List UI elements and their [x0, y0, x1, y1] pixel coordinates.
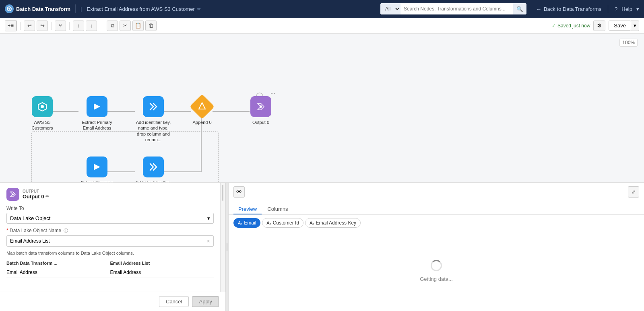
output-label: Output 0	[252, 119, 269, 125]
preview-tabs: Preview Columns	[229, 201, 644, 215]
panel-name-text: Output 0	[23, 194, 44, 200]
col-tab-email-address-key[interactable]: Aₐ Email Address Key	[305, 218, 361, 228]
clear-icon[interactable]: ×	[207, 238, 210, 244]
saved-badge: ✓ Saved just now	[552, 23, 590, 29]
redo-button[interactable]: ↪	[37, 21, 48, 31]
loading-spinner	[431, 260, 442, 271]
separator-2	[51, 22, 52, 30]
canvas[interactable]: ··· AWS S3 Customers Extract Primary Ema…	[0, 34, 644, 311]
top-nav: Batch Data Transform | Extract Email Add…	[0, 0, 644, 18]
cut-button[interactable]: ✂	[120, 21, 131, 31]
email-address-row-value: Email Address	[110, 270, 214, 275]
svg-point-11	[41, 105, 44, 108]
node-extract-primary[interactable]: Extract Primary Email Address	[79, 96, 115, 131]
left-panel: OUTPUT Output 0 ✏ Write To Data Lake Obj…	[0, 183, 225, 311]
extract-primary-icon	[87, 96, 107, 117]
email-address-row-label: Email Address	[6, 270, 110, 275]
app-logo: Batch Data Transform	[5, 4, 76, 13]
help-button[interactable]: ?	[615, 6, 617, 12]
add-identifier2-icon	[143, 157, 164, 177]
panel-type-label: OUTPUT	[23, 189, 49, 194]
write-to-label: Write To	[6, 206, 214, 211]
logo-icon	[5, 4, 14, 13]
right-panel: 👁 ⤢ Preview Columns Aₐ Email Aₐ	[229, 183, 644, 311]
settings-button[interactable]: ⚙	[593, 21, 605, 31]
col-tab-email-icon: Aₐ	[238, 220, 242, 226]
node-add-identifier[interactable]: Add identifier key, name and type, drop …	[135, 96, 171, 142]
svg-point-14	[260, 105, 262, 108]
panel-header: OUTPUT Output 0 ✏	[6, 188, 214, 201]
main-area: ··· AWS S3 Customers Extract Primary Ema…	[0, 34, 644, 311]
save-button[interactable]: Save	[609, 21, 631, 31]
back-label: Back to Data Transforms	[544, 6, 601, 12]
mapping-col2: Email Address List	[110, 261, 214, 266]
getting-data-label: Getting data...	[420, 276, 453, 282]
expand-button[interactable]: ⤢	[628, 186, 639, 198]
saved-label: Saved just now	[557, 23, 590, 29]
download-button[interactable]: ↓	[86, 21, 97, 31]
mapping-col1: Batch Data Transform ...	[6, 261, 110, 266]
search-filter-select[interactable]: All	[380, 3, 400, 14]
right-panel-toolbar: 👁 ⤢	[229, 183, 644, 201]
aws-s3-icon	[32, 96, 53, 117]
tab-columns[interactable]: Columns	[262, 204, 293, 214]
search-bar: All 🔍	[380, 3, 526, 14]
breadcrumb: Extract Email Address from AWS S3 Custom…	[87, 6, 200, 12]
svg-marker-15	[94, 164, 100, 170]
col-tab-customer-id[interactable]: Aₐ Customer Id	[262, 218, 303, 228]
add-identifier-icon	[143, 96, 164, 117]
save-dropdown-button[interactable]: ▾	[631, 21, 639, 31]
panel-name: Output 0 ✏	[23, 194, 49, 200]
panel-divider[interactable]	[225, 183, 229, 311]
app-title: Batch Data Transform	[16, 6, 70, 12]
svg-marker-13	[199, 103, 205, 109]
col-tab-email-label: Email	[244, 220, 256, 226]
nav-chevron[interactable]: ▾	[636, 6, 639, 12]
panel-output-icon	[6, 188, 19, 201]
back-button[interactable]: ← Back to Data Transforms	[536, 6, 601, 12]
info-icon: ⓘ	[64, 228, 68, 233]
preview-toggle-button[interactable]: 👁	[233, 186, 245, 198]
cancel-button[interactable]: Cancel	[159, 296, 189, 307]
search-input[interactable]	[400, 6, 513, 12]
panel-title-group: OUTPUT Output 0 ✏	[23, 189, 49, 200]
toolbar: +≡ ↩ ↪ ⑂ ↑ ↓ ⧉ ✂ 📋 🗑 ✓ Saved just now ⚙ …	[0, 18, 644, 34]
separator-3	[69, 22, 70, 30]
svg-point-16	[12, 194, 14, 195]
toolbar-right: ✓ Saved just now ⚙ Save ▾	[552, 21, 639, 31]
write-to-dropdown[interactable]: Data Lake Object ▾	[6, 213, 214, 224]
node-append[interactable]: Append 0	[192, 96, 213, 125]
upload-button[interactable]: ↑	[73, 21, 84, 31]
add-node-button[interactable]: +≡	[5, 21, 17, 31]
panel-edit-icon[interactable]: ✏	[45, 194, 49, 199]
data-lake-name-field[interactable]: ×	[6, 235, 214, 247]
back-arrow-icon: ←	[536, 6, 541, 12]
paste-button[interactable]: 📋	[132, 21, 144, 31]
saved-check-icon: ✓	[552, 23, 556, 29]
extract-primary-label: Extract Primary Email Address	[79, 119, 115, 131]
tab-preview[interactable]: Preview	[233, 204, 262, 214]
col-tab-customer-id-icon: Aₐ	[266, 220, 271, 226]
data-lake-name-input[interactable]	[10, 238, 207, 244]
node-aws-s3[interactable]: AWS S3 Customers	[24, 96, 60, 131]
undo-button[interactable]: ↩	[24, 21, 35, 31]
col-tab-customer-id-label: Customer Id	[273, 220, 299, 226]
col-tabs: Aₐ Email Aₐ Customer Id Aₐ Email Address…	[229, 215, 644, 231]
extract-alt-icon	[87, 157, 107, 177]
breadcrumb-edit-icon[interactable]: ✏	[197, 6, 201, 12]
zoom-label: 100%	[619, 39, 638, 47]
help-label[interactable]: Help	[621, 6, 632, 12]
bottom-panel: OUTPUT Output 0 ✏ Write To Data Lake Obj…	[0, 182, 644, 311]
branch-button[interactable]: ⑂	[55, 21, 66, 31]
delete-button[interactable]: 🗑	[145, 21, 157, 31]
svg-marker-12	[94, 103, 100, 110]
search-button[interactable]: 🔍	[513, 3, 526, 14]
mapping-info: Map batch data transform columns to Data…	[6, 251, 214, 255]
add-identifier-label: Add identifier key, name and type, drop …	[135, 119, 171, 142]
copy-button[interactable]: ⧉	[107, 21, 118, 31]
node-output[interactable]: Output 0	[250, 96, 271, 125]
aws-s3-label: AWS S3 Customers	[24, 119, 60, 131]
col-tab-email[interactable]: Aₐ Email	[233, 218, 260, 228]
apply-button[interactable]: Apply	[192, 296, 219, 307]
col-tab-email-address-key-icon: Aₐ	[310, 220, 314, 226]
